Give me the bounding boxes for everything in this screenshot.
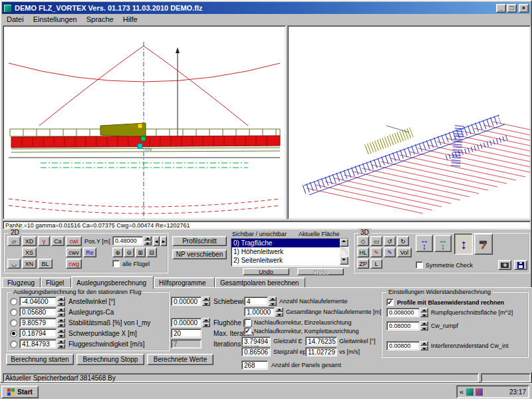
title-bar[interactable]: DEMO FLZ_VORTEX Vers. 01.173 11.03.2010 …: [2, 2, 530, 14]
tab-hilfsprogramme[interactable]: Hilfsprogramme: [154, 277, 215, 288]
undo-button[interactable]: Undo: [243, 268, 289, 275]
cw-rumpf-field[interactable]: 0.08000: [386, 321, 420, 331]
rotate-ccw-button[interactable]: ↺: [384, 236, 396, 246]
spin-down[interactable]: [275, 312, 283, 317]
menu-hilfe[interactable]: Hilfe: [118, 15, 142, 24]
spin-down[interactable]: [202, 301, 210, 306]
gamma-button[interactable]: γ: [38, 236, 50, 246]
cwi-button[interactable]: cwi: [66, 236, 82, 246]
spin-down[interactable]: [57, 301, 65, 306]
l-button[interactable]: L: [370, 259, 382, 269]
spin-down[interactable]: [269, 301, 277, 306]
menu-sprache[interactable]: Sprache: [82, 15, 118, 24]
spin-up[interactable]: [57, 318, 65, 323]
re-button[interactable]: Re: [83, 247, 96, 257]
snapshot-button[interactable]: [498, 260, 511, 270]
posy-field[interactable]: 0.48000: [112, 236, 143, 245]
spin-up[interactable]: [144, 236, 152, 241]
zoom-window-button[interactable]: ⊞: [135, 247, 146, 257]
ca-button[interactable]: Ca: [51, 236, 65, 246]
nachlauf-komplett-checkbox[interactable]: [244, 327, 251, 334]
nachlauf-einzel-checkbox[interactable]: [244, 319, 251, 326]
wing-planform-icon-button[interactable]: ▱: [7, 236, 21, 246]
radio-stabilitaetsmass[interactable]: [10, 319, 17, 327]
spin-up[interactable]: [57, 339, 65, 344]
maximize-button[interactable]: □: [507, 4, 517, 13]
surface-list-scrollbar[interactable]: [340, 239, 348, 265]
radio-fluggeschwindigkeit[interactable]: [10, 340, 17, 348]
scroll-track[interactable]: [340, 247, 348, 257]
save-button[interactable]: [514, 260, 527, 270]
berechnung-starten-button[interactable]: Berechnung starten: [6, 354, 74, 365]
auslegungs-ca-field[interactable]: 0.05680: [19, 307, 57, 317]
spin-down[interactable]: [144, 241, 152, 245]
berechnete-werte-button[interactable]: Berechnete Werte: [147, 354, 213, 365]
spin-up[interactable]: [275, 307, 283, 312]
rebuild-button[interactable]: [474, 233, 493, 255]
spin-down[interactable]: [57, 323, 65, 327]
surface-item-hoehenleitwerk[interactable]: 1) Höhenleitwerk: [231, 247, 348, 256]
tab-gesamtpolaren[interactable]: Gesamtpolaren berechnen: [215, 277, 305, 288]
spin-down[interactable]: [57, 333, 65, 338]
planform-2d-view[interactable]: XD XN: [3, 25, 286, 219]
move-model-button[interactable]: ↔↕: [416, 235, 433, 252]
menu-einstellungen[interactable]: Einstellungen: [29, 15, 82, 24]
bl-button[interactable]: BL: [38, 259, 53, 269]
spin-down[interactable]: [420, 326, 428, 331]
radio-anstellwinkel[interactable]: [10, 298, 17, 305]
pan-view-button[interactable]: ↔↕: [434, 235, 452, 252]
blasenwiderstand-checkbox[interactable]: [386, 299, 394, 306]
axes-view-button[interactable]: ◇: [357, 236, 369, 246]
spin-up[interactable]: [202, 297, 210, 301]
cwv-button[interactable]: cwv: [66, 247, 82, 257]
schiebewinkel-field[interactable]: 0.00000: [171, 297, 201, 306]
start-button[interactable]: Start: [1, 386, 39, 398]
anstellwinkel-field[interactable]: -4.04600: [19, 297, 57, 306]
flughoehe-field[interactable]: 0.00000: [171, 318, 201, 327]
xd-button[interactable]: XD: [22, 236, 37, 246]
posy-step-left-button[interactable]: ◀: [153, 236, 160, 246]
xs-button[interactable]: XS: [22, 247, 37, 257]
top-view-button[interactable]: ▭: [370, 236, 382, 246]
pencil-red-button[interactable]: ✎: [370, 247, 382, 257]
spin-up[interactable]: [420, 308, 428, 313]
spin-down[interactable]: [202, 323, 210, 327]
tab-flugzeug[interactable]: Flugzeug: [2, 277, 41, 288]
spin-up[interactable]: [202, 318, 210, 323]
gesamtlaenge-field[interactable]: 1.00000: [244, 307, 275, 317]
cw-int-field[interactable]: 0.00800: [386, 341, 420, 350]
pencil-blue-button[interactable]: ✎: [384, 247, 396, 257]
anzahl-nachlauf-field[interactable]: 4: [244, 297, 268, 306]
xn-button[interactable]: XN: [22, 259, 37, 269]
schwerpunktlage-field[interactable]: 0.18794: [19, 329, 57, 338]
view-3d[interactable]: [287, 25, 531, 219]
spin-down[interactable]: [420, 313, 428, 317]
zp-button[interactable]: ZP: [357, 259, 369, 269]
hl-button[interactable]: HL: [357, 247, 369, 257]
spin-up[interactable]: [57, 307, 65, 312]
zoom-fit-button[interactable]: ⊟: [146, 247, 157, 257]
spin-up[interactable]: [420, 321, 428, 326]
spin-down[interactable]: [57, 344, 65, 348]
spin-down[interactable]: [420, 346, 428, 350]
symmetrie-check-checkbox[interactable]: [416, 261, 423, 269]
spin-down[interactable]: [57, 312, 65, 317]
radio-schwerpunktlage[interactable]: [10, 330, 17, 337]
rotate-cw-button[interactable]: ↻: [397, 236, 409, 246]
surface-item-seitenleitwerk[interactable]: 2) Seitenleitwerk: [231, 256, 348, 265]
cwg-button[interactable]: cwg: [66, 259, 82, 269]
np-verschieben-button[interactable]: NP verschieben: [172, 249, 227, 259]
close-button[interactable]: ×: [519, 4, 529, 13]
berechnung-stopp-button[interactable]: Berechnung Stopp: [76, 354, 144, 365]
surface-item-tragflaeche[interactable]: 0) Tragfläche: [231, 239, 348, 247]
tray-icon-1[interactable]: [466, 388, 473, 396]
airfoil-icon-button[interactable]: ◡: [7, 259, 21, 269]
surface-listbox[interactable]: 0) Tragfläche 1) Höhenleitwerk 2) Seiten…: [231, 238, 349, 267]
vol-button[interactable]: Vol: [397, 247, 412, 257]
minimize-button[interactable]: _: [496, 4, 506, 13]
max-iteration-field[interactable]: 20: [171, 329, 201, 338]
alle-fluegel-checkbox[interactable]: [112, 260, 120, 267]
tab-auslegungsberechnung[interactable]: Auslegungsberechnung: [71, 276, 154, 289]
tray-clock[interactable]: 23:17: [509, 388, 526, 396]
spin-up[interactable]: [57, 297, 65, 301]
